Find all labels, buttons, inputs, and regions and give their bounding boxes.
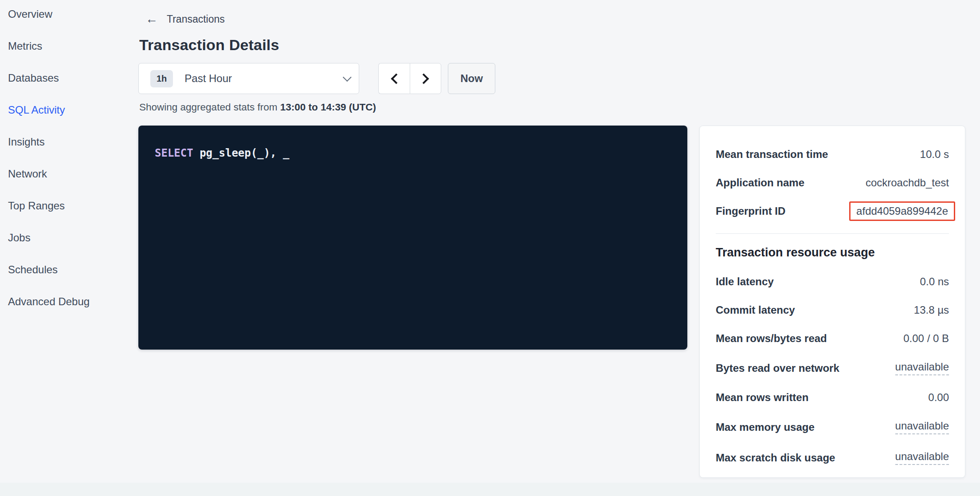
sidebar-item-metrics[interactable]: Metrics xyxy=(8,30,132,62)
max-scratch-disk-usage-row: Max scratch disk usage unavailable xyxy=(716,450,949,465)
time-range-selected: Past Hour xyxy=(184,72,232,85)
now-button[interactable]: Now xyxy=(448,63,495,94)
sidebar-item-network[interactable]: Network xyxy=(8,158,132,190)
previous-time-range-button[interactable] xyxy=(378,63,410,94)
fingerprint-id-row: Fingerprint ID afdd4059a899442e xyxy=(716,205,949,217)
row-value: 0.0 ns xyxy=(920,276,949,288)
main-content: ← Transactions Transaction Details 1h Pa… xyxy=(138,12,966,478)
idle-latency-row: Idle latency 0.0 ns xyxy=(716,276,949,288)
row-label: Mean rows written xyxy=(716,391,808,404)
time-range-badge: 1h xyxy=(150,70,173,87)
sql-keyword: SELECT xyxy=(155,147,193,159)
row-label: Commit latency xyxy=(716,304,795,316)
next-time-range-button[interactable] xyxy=(410,63,441,94)
commit-latency-row: Commit latency 13.8 µs xyxy=(716,304,949,316)
chevron-left-icon xyxy=(391,73,401,84)
sidebar-nav: Overview Metrics Databases SQL Activity … xyxy=(8,0,132,318)
row-label: Max scratch disk usage xyxy=(716,452,835,464)
stats-line-prefix: Showing aggregated stats from xyxy=(139,102,280,113)
sidebar-item-sql-activity[interactable]: SQL Activity xyxy=(8,94,132,126)
aggregated-stats-line: Showing aggregated stats from 13:00 to 1… xyxy=(139,102,966,113)
stats-line-range: 13:00 to 14:39 (UTC) xyxy=(280,102,376,113)
unavailable-value[interactable]: unavailable xyxy=(895,450,949,465)
row-value: 13.8 µs xyxy=(914,304,949,316)
page-title: Transaction Details xyxy=(139,36,966,54)
max-memory-usage-row: Max memory usage unavailable xyxy=(716,420,949,434)
sidebar-item-insights[interactable]: Insights xyxy=(8,126,132,158)
content-row: SELECT pg_sleep(_), _ Mean transaction t… xyxy=(138,126,966,478)
time-controls: 1h Past Hour Now xyxy=(138,63,966,94)
card-divider xyxy=(716,233,949,234)
sql-statement-text: SELECT pg_sleep(_), _ xyxy=(155,146,674,160)
resource-usage-section-title: Transaction resource usage xyxy=(716,246,949,260)
sidebar-item-schedules[interactable]: Schedules xyxy=(8,254,132,286)
row-value: 0.00 / 0 B xyxy=(903,332,949,345)
unavailable-value[interactable]: unavailable xyxy=(895,361,949,375)
row-label: Fingerprint ID xyxy=(716,205,785,217)
application-name-row: Application name cockroachdb_test xyxy=(716,177,949,189)
sidebar-item-advanced-debug[interactable]: Advanced Debug xyxy=(8,286,132,318)
transaction-details-card: Mean transaction time 10.0 s Application… xyxy=(699,126,965,478)
sidebar-item-databases[interactable]: Databases xyxy=(8,62,132,94)
row-label: Mean rows/bytes read xyxy=(716,332,827,345)
breadcrumb-label: Transactions xyxy=(167,13,225,25)
mean-transaction-time-row: Mean transaction time 10.0 s xyxy=(716,148,949,161)
row-value: 10.0 s xyxy=(920,148,949,161)
row-label: Mean transaction time xyxy=(716,148,828,161)
sql-statement-box: SELECT pg_sleep(_), _ xyxy=(138,126,687,350)
time-range-arrows xyxy=(378,63,441,94)
sql-body: pg_sleep(_), _ xyxy=(193,147,290,159)
chevron-right-icon xyxy=(418,73,429,84)
breadcrumb[interactable]: ← Transactions xyxy=(138,12,966,26)
row-value: cockroachdb_test xyxy=(866,177,949,189)
row-label: Bytes read over network xyxy=(716,362,839,374)
sidebar-item-overview[interactable]: Overview xyxy=(8,0,132,30)
row-label: Application name xyxy=(716,177,804,189)
mean-rows-written-row: Mean rows written 0.00 xyxy=(716,391,949,404)
bytes-read-over-network-row: Bytes read over network unavailable xyxy=(716,361,949,375)
unavailable-value[interactable]: unavailable xyxy=(895,420,949,434)
sidebar-item-top-ranges[interactable]: Top Ranges xyxy=(8,190,132,222)
row-label: Max memory usage xyxy=(716,421,815,433)
mean-rows-bytes-read-row: Mean rows/bytes read 0.00 / 0 B xyxy=(716,332,949,345)
arrow-left-icon: ← xyxy=(145,13,158,25)
fingerprint-id-highlight-box: afdd4059a899442e xyxy=(849,201,955,221)
page-bottom-band xyxy=(0,483,980,496)
time-range-dropdown[interactable]: 1h Past Hour xyxy=(138,63,359,94)
row-label: Idle latency xyxy=(716,276,774,288)
sidebar-item-jobs[interactable]: Jobs xyxy=(8,222,132,254)
fingerprint-id-value: afdd4059a899442e xyxy=(856,205,948,217)
app-root: Overview Metrics Databases SQL Activity … xyxy=(0,0,980,496)
chevron-down-icon xyxy=(343,73,352,82)
row-value: 0.00 xyxy=(928,391,949,404)
